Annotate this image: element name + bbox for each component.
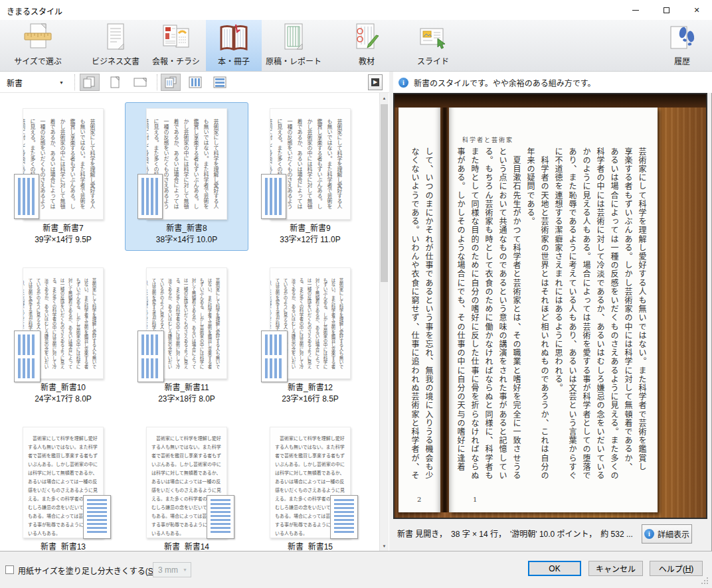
- layout-stripes-icon: [261, 174, 286, 219]
- tab-label: 本・冊子: [218, 55, 250, 66]
- tab-book-booklet[interactable]: 本・冊子: [206, 20, 262, 71]
- marked-paper-pencil-icon: [351, 23, 382, 53]
- style-thumbnail[interactable]: 芸術家にして科学を理解し愛好する人も無いではない。また科学者で芸術を鑑賞し享楽す…: [125, 421, 248, 551]
- right-page-text: 芸術家にして科学を理解し愛好する人も無いではない。また科学者で芸術を鑑賞し享楽す…: [454, 147, 648, 492]
- tab-teaching-material[interactable]: 教材: [341, 20, 392, 71]
- maximize-button[interactable]: [651, 0, 681, 20]
- thumbnail-page-preview: 芸術家にして科学を理解し愛好する人も無いではない。また科学者で芸術を鑑賞し享楽す…: [146, 427, 227, 538]
- resize-grip[interactable]: [701, 577, 708, 584]
- left-page-text: して、いつのまにかそれが仕事であるという事を忘れ、無我の境に入りうる機会も少なく…: [399, 147, 435, 492]
- style-thumbnail[interactable]: 芸術家にして科学を理解し愛好する人も無いではない。また科学者で芸術を鑑賞し享楽す…: [125, 261, 248, 410]
- preview-left-page: して、いつのまにかそれが仕事であるという事を忘れ、無我の境に入りうる機会も少なく…: [399, 108, 440, 512]
- thumbnail-name: 新書_新書15: [249, 542, 371, 551]
- bleed-size-dropdown-disabled: 3 mm ▼: [153, 562, 191, 577]
- horizontal-text-icon: [213, 76, 227, 89]
- title-bar: きまるスタイル ✕: [0, 0, 712, 20]
- cancel-button[interactable]: キャンセル: [588, 561, 643, 576]
- style-list-panel: 芸術家にして科学を理解し愛好する人も無いではない。また科学者で芸術を鑑賞し享楽す…: [0, 93, 389, 551]
- thumbnail-spec: 33字×12行 11.0P: [249, 234, 371, 246]
- close-button[interactable]: ✕: [681, 0, 712, 20]
- style-thumbnail[interactable]: 芸術家にして科学を理解し愛好する人も無いではない。また科学者で芸術を鑑賞し享楽す…: [1, 421, 125, 551]
- minimize-button[interactable]: [620, 0, 651, 20]
- toggle-vertical-writing[interactable]: [185, 74, 205, 91]
- thumbnail-name: 新書_新書13: [2, 542, 124, 551]
- footprints-icon: [667, 23, 697, 53]
- expand-panel-button[interactable]: ▶: [368, 74, 383, 90]
- pages-both-icon: [82, 76, 97, 89]
- toggle-view-samples[interactable]: [161, 74, 181, 91]
- style-thumbnail[interactable]: 芸術家にして科学を理解し愛好する人も無いではない。また科学者で芸術を鑑賞し享楽す…: [125, 102, 248, 251]
- style-thumbnail[interactable]: 芸術家にして科学を理解し愛好する人も無いではない。また科学者で芸術を鑑賞し享楽す…: [1, 102, 125, 251]
- thumbnail-name: 新書_新書10: [2, 382, 124, 394]
- thumbnail-page-preview: 芸術家にして科学を理解し愛好する人も無いではない。また科学者で芸術を鑑賞し享楽す…: [23, 267, 104, 379]
- layout-stripes-icon: [137, 174, 163, 219]
- layout-stripes-icon: [330, 495, 358, 539]
- thumbnail-spec: 23字×18行 8.0P: [126, 394, 248, 405]
- thumbnail-spec: 39字×14行 9.5P: [2, 234, 124, 246]
- sample-page-icon: [163, 76, 178, 89]
- history-button[interactable]: 履歴: [656, 20, 708, 71]
- tab-business-doc[interactable]: ビジネス文書: [85, 20, 146, 71]
- list-scrollbar[interactable]: ▲ ▼: [379, 93, 389, 551]
- scroll-up-arrow[interactable]: ▲: [380, 93, 389, 103]
- thumbnail-name: 新書_新書8: [126, 223, 248, 234]
- thumbnail-page-preview: 芸術家にして科学を理解し愛好する人も無いではない。また科学者で芸術を鑑賞し享楽す…: [270, 267, 351, 379]
- info-icon: i: [644, 529, 654, 539]
- spread-preview: して、いつのまにかそれが仕事であるという事を忘れ、無我の境に入りうる機会も少なく…: [393, 93, 707, 519]
- style-thumbnail[interactable]: 芸術家にして科学を理解し愛好する人も無いではない。また科学者で芸術を鑑賞し享楽す…: [1, 261, 125, 410]
- thumbnail-page-preview: 芸術家にして科学を理解し愛好する人も無いではない。また科学者で芸術を鑑賞し享楽す…: [270, 108, 351, 220]
- style-thumbnail[interactable]: 芸術家にして科学を理解し愛好する人も無いではない。また科学者で芸術を鑑賞し享楽す…: [248, 421, 372, 551]
- maximize-icon: [664, 7, 669, 13]
- document-icon: [100, 23, 131, 53]
- dialog-button-bar: 用紙サイズを塗り足し分大きくする(S) 3 mm ▼ OK キャンセル ヘルプ(…: [0, 551, 712, 588]
- ruler-page-icon: [23, 23, 53, 53]
- style-summary-row: 新書 見開き， 38 字 × 14 行， '游明朝' 10.0 ポイント， 約 …: [393, 519, 712, 551]
- separator: [157, 74, 157, 90]
- scroll-down-arrow[interactable]: ▼: [380, 541, 389, 551]
- tab-slide[interactable]: スライド: [405, 20, 461, 71]
- layout-stripes-icon: [261, 331, 288, 382]
- scrollbar-thumb[interactable]: [381, 104, 388, 282]
- thumbnail-page-preview: 芸術家にして科学を理解し愛好する人も無いではない。また科学者で芸術を鑑賞し享楽す…: [23, 427, 104, 538]
- preview-shelf-top: [395, 94, 706, 108]
- details-button[interactable]: i 詳細表示: [642, 524, 692, 544]
- running-head: 科学者と芸術家: [462, 135, 513, 144]
- category-dropdown[interactable]: 新書 ▼: [3, 74, 66, 91]
- style-thumbnail[interactable]: 芸術家にして科学を理解し愛好する人も無いではない。また科学者で芸術を鑑賞し享楽す…: [248, 102, 372, 251]
- tab-label: スライド: [417, 55, 449, 66]
- dialog-title: きまるスタイル: [7, 5, 62, 17]
- ok-button[interactable]: OK: [528, 561, 581, 576]
- slide-cursor-icon: [418, 23, 448, 53]
- tab-manuscript-report[interactable]: 原稿・レポート: [262, 20, 325, 71]
- layout-stripes-icon: [137, 331, 164, 382]
- toggle-horizontal-writing[interactable]: [210, 74, 230, 91]
- toggle-page-landscape[interactable]: [130, 74, 150, 91]
- thumbnail-grid: 芸術家にして科学を理解し愛好する人も無いではない。また科学者で芸術を鑑賞し享楽す…: [1, 102, 372, 551]
- help-button[interactable]: ヘルプ(H): [650, 561, 703, 576]
- thumbnail-page-preview: 芸術家にして科学を理解し愛好する人も無いではない。また科学者で芸術を鑑賞し享楽す…: [146, 267, 227, 379]
- minimize-icon: [632, 10, 639, 11]
- filter-bar: 新書 ▼: [0, 72, 389, 93]
- thumbnail-name: 新書_新書7: [2, 223, 124, 234]
- bleed-checkbox[interactable]: [5, 565, 14, 574]
- open-book-icon: [219, 23, 249, 53]
- thumbnail-page-preview: 芸術家にして科学を理解し愛好する人も無いではない。また科学者で芸術を鑑賞し享楽す…: [270, 427, 351, 538]
- right-page-number: 1: [473, 496, 477, 503]
- toggle-page-both-orientations[interactable]: [80, 74, 100, 91]
- tab-size-select[interactable]: サイズで選ぶ: [3, 20, 73, 71]
- style-thumbnail[interactable]: 芸術家にして科学を理解し愛好する人も無いではない。また科学者で芸術を鑑賞し享楽す…: [248, 261, 372, 410]
- toggle-page-portrait[interactable]: [105, 74, 125, 91]
- layout-stripes-icon: [14, 331, 41, 382]
- tab-label: 原稿・レポート: [266, 55, 321, 66]
- category-toolbar: サイズで選ぶ ビジネス文書: [0, 20, 712, 72]
- thumbnail-name: 新書_新書12: [249, 382, 371, 394]
- chevron-down-icon: ▼: [183, 567, 187, 572]
- category-value: 新書: [7, 77, 23, 88]
- page-landscape-icon: [133, 76, 147, 89]
- close-icon: ✕: [693, 6, 699, 15]
- tab-newsletter-flyer[interactable]: 会報・チラシ: [146, 20, 206, 71]
- thumbnail-spec: 38字×14行 10.0P: [126, 234, 248, 246]
- book-spine: [440, 108, 449, 512]
- thumbnail-name: 新書_新書11: [126, 382, 248, 394]
- expand-panel-icon: ▶: [371, 78, 379, 86]
